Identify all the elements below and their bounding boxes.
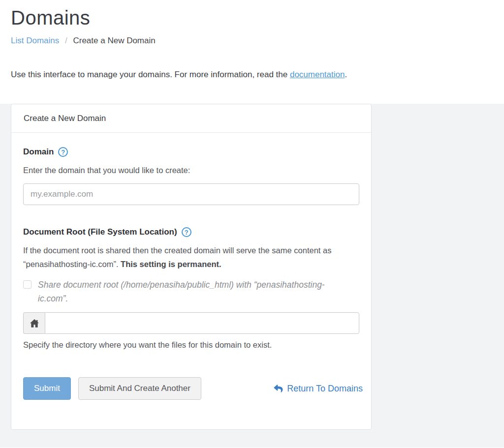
return-to-domains-link[interactable]: Return To Domains bbox=[274, 384, 363, 394]
share-docroot-checkbox[interactable] bbox=[23, 280, 32, 289]
card-body: Domain ? Enter the domain that you would… bbox=[11, 133, 371, 429]
intro-text: Use this interface to manage your domain… bbox=[11, 68, 489, 81]
domain-help-icon[interactable]: ? bbox=[58, 147, 68, 157]
domain-input[interactable] bbox=[23, 183, 359, 205]
breadcrumb: List Domains / Create a New Domain bbox=[11, 35, 489, 47]
documentation-link[interactable]: documentation bbox=[290, 70, 345, 79]
domain-instruction: Enter the domain that you would like to … bbox=[23, 164, 359, 176]
share-docroot-checkbox-row[interactable]: Share document root (/home/penasiha/publ… bbox=[23, 278, 338, 305]
document-root-field-group: Document Root (File System Location) ? I… bbox=[23, 227, 359, 351]
domain-field-group: Domain ? Enter the domain that you would… bbox=[23, 147, 359, 205]
document-root-input[interactable] bbox=[45, 312, 359, 334]
create-domain-card: Create a New Domain Domain ? Enter the d… bbox=[11, 104, 372, 430]
form-actions: Submit Submit And Create Another Return … bbox=[23, 377, 363, 400]
document-root-help-icon[interactable]: ? bbox=[182, 227, 191, 237]
breadcrumb-separator: / bbox=[65, 36, 67, 45]
submit-and-create-another-button[interactable]: Submit And Create Another bbox=[78, 377, 201, 400]
page-header: Domains List Domains / Create a New Doma… bbox=[0, 0, 504, 81]
breadcrumb-current: Create a New Domain bbox=[73, 36, 155, 45]
page-title: Domains bbox=[11, 6, 489, 29]
content-area: Create a New Domain Domain ? Enter the d… bbox=[0, 104, 504, 448]
intro-text-after: . bbox=[345, 70, 347, 79]
home-icon bbox=[23, 312, 45, 334]
document-root-helper: Specify the directory where you want the… bbox=[23, 339, 359, 351]
document-root-input-group bbox=[23, 312, 359, 334]
breadcrumb-link-list-domains[interactable]: List Domains bbox=[11, 36, 59, 45]
document-root-warning: If the document root is shared then the … bbox=[23, 243, 343, 271]
return-link-label: Return To Domains bbox=[287, 384, 363, 394]
share-docroot-checkbox-label: Share document root (/home/penasiha/publ… bbox=[38, 278, 338, 305]
warning-bold-text: This setting is permanent. bbox=[121, 260, 221, 269]
document-root-label: Document Root (File System Location) bbox=[23, 227, 177, 238]
submit-button[interactable]: Submit bbox=[23, 377, 71, 400]
intro-text-before: Use this interface to manage your domain… bbox=[11, 70, 290, 79]
domain-label: Domain bbox=[23, 147, 54, 157]
card-header-title: Create a New Domain bbox=[11, 104, 371, 133]
reply-arrow-icon bbox=[274, 384, 283, 393]
